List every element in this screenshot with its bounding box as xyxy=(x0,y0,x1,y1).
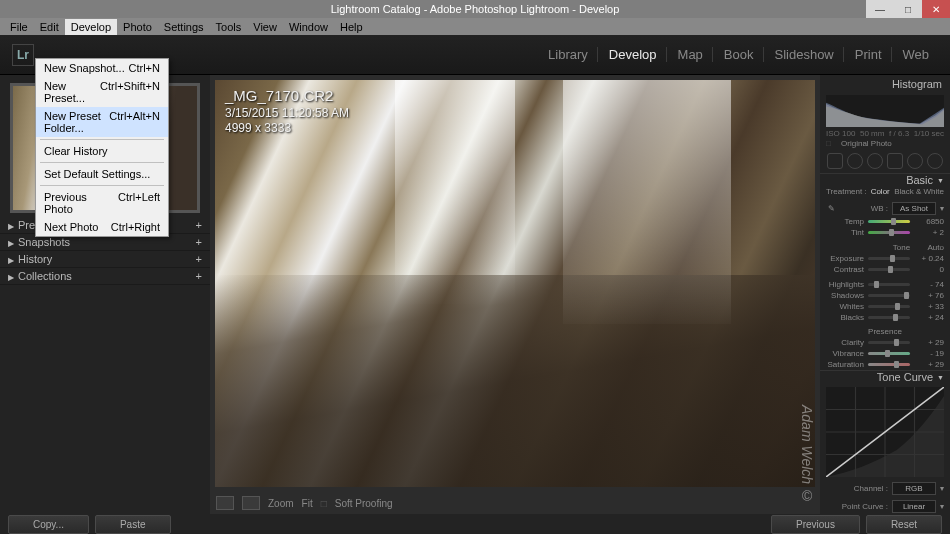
shadows-slider[interactable] xyxy=(868,294,910,297)
histogram-display[interactable] xyxy=(826,95,944,127)
tint-slider[interactable] xyxy=(868,231,910,234)
clarity-value[interactable]: + 29 xyxy=(914,338,944,347)
panel-history[interactable]: ▶History+ xyxy=(0,251,210,268)
channel-select[interactable]: RGB xyxy=(892,482,936,495)
module-develop[interactable]: Develop xyxy=(600,47,667,62)
radial-tool-icon[interactable] xyxy=(907,153,923,169)
whites-label: Whites xyxy=(840,302,864,311)
shadows-label: Shadows xyxy=(831,291,864,300)
tone-curve-display[interactable] xyxy=(826,387,944,477)
wb-select[interactable]: As Shot xyxy=(892,202,936,215)
window-titlebar: Lightroom Catalog - Adobe Photoshop Ligh… xyxy=(0,0,950,18)
highlights-label: Highlights xyxy=(829,280,864,289)
contrast-label: Contrast xyxy=(834,265,864,274)
auto-tone-button[interactable]: Auto xyxy=(928,243,944,252)
paste-button[interactable]: Paste xyxy=(95,515,171,534)
menu-file[interactable]: File xyxy=(4,19,34,35)
menu-item-previous-photo[interactable]: Previous PhotoCtrl+Left xyxy=(36,188,168,218)
panel-collections[interactable]: ▶Collections+ xyxy=(0,268,210,285)
histogram-meta: ISO 100 50 mm f / 6.3 1/10 sec xyxy=(820,129,950,138)
clarity-slider[interactable] xyxy=(868,341,910,344)
menu-settings[interactable]: Settings xyxy=(158,19,210,35)
saturation-slider[interactable] xyxy=(868,363,910,366)
vibrance-label: Vibrance xyxy=(833,349,864,358)
saturation-label: Saturation xyxy=(828,360,864,369)
image-canvas[interactable]: _MG_7170.CR2 3/15/2015 11:20:58 AM 4999 … xyxy=(215,80,815,487)
contrast-slider[interactable] xyxy=(868,268,910,271)
menu-tools[interactable]: Tools xyxy=(210,19,248,35)
menu-item-next-photo[interactable]: Next PhotoCtrl+Right xyxy=(36,218,168,236)
whites-value[interactable]: + 33 xyxy=(914,302,944,311)
exposure-slider[interactable] xyxy=(868,257,910,260)
crop-tool-icon[interactable] xyxy=(827,153,843,169)
module-web[interactable]: Web xyxy=(894,47,939,62)
menu-develop[interactable]: Develop xyxy=(65,19,117,35)
menu-item-new-snapshot[interactable]: New Snapshot...Ctrl+N xyxy=(36,59,168,77)
tone-label: Tone xyxy=(893,243,910,252)
menu-window[interactable]: Window xyxy=(283,19,334,35)
whites-slider[interactable] xyxy=(868,305,910,308)
contrast-value[interactable]: 0 xyxy=(914,265,944,274)
blacks-value[interactable]: + 24 xyxy=(914,313,944,322)
redeye-tool-icon[interactable] xyxy=(867,153,883,169)
right-panel: Histogram ISO 100 50 mm f / 6.3 1/10 sec… xyxy=(820,75,950,514)
pointcurve-select[interactable]: Linear xyxy=(892,500,936,513)
tool-strip xyxy=(820,149,950,173)
aperture-value: f / 6.3 xyxy=(889,129,909,138)
tint-value[interactable]: + 2 xyxy=(914,228,944,237)
highlights-value[interactable]: - 74 xyxy=(914,280,944,289)
tint-label: Tint xyxy=(851,228,864,237)
basic-panel-header[interactable]: Basic▼ xyxy=(820,173,950,186)
highlights-slider[interactable] xyxy=(868,283,910,286)
eyedropper-icon[interactable]: ✎ xyxy=(828,204,835,213)
watermark-text: Adam Welch © xyxy=(799,405,815,504)
close-button[interactable]: ✕ xyxy=(922,0,950,18)
focal-value: 50 mm xyxy=(860,129,884,138)
saturation-value[interactable]: + 29 xyxy=(914,360,944,369)
vibrance-slider[interactable] xyxy=(868,352,910,355)
menu-photo[interactable]: Photo xyxy=(117,19,158,35)
brush-tool-icon[interactable] xyxy=(927,153,943,169)
gradient-tool-icon[interactable] xyxy=(887,153,903,169)
module-slideshow[interactable]: Slideshow xyxy=(766,47,844,62)
fit-label[interactable]: Fit xyxy=(302,498,313,509)
image-filename: _MG_7170.CR2 xyxy=(225,86,349,106)
tone-curve-header[interactable]: Tone Curve▼ xyxy=(820,370,950,383)
bottom-toolbar: Zoom Fit □ Soft Proofing xyxy=(210,492,820,514)
image-dimensions: 4999 x 3333 xyxy=(225,121,349,137)
lightroom-logo-icon: Lr xyxy=(12,44,34,66)
menu-edit[interactable]: Edit xyxy=(34,19,65,35)
treatment-bw[interactable]: Black & White xyxy=(894,187,944,196)
vibrance-value[interactable]: - 19 xyxy=(914,349,944,358)
module-library[interactable]: Library xyxy=(539,47,598,62)
minimize-button[interactable]: — xyxy=(866,0,894,18)
menu-view[interactable]: View xyxy=(247,19,283,35)
previous-button[interactable]: Previous xyxy=(771,515,860,534)
before-after-button[interactable] xyxy=(242,496,260,510)
original-photo-label[interactable]: Original Photo xyxy=(841,139,892,148)
menu-item-new-preset[interactable]: New Preset...Ctrl+Shift+N xyxy=(36,77,168,107)
reset-button[interactable]: Reset xyxy=(866,515,942,534)
copy-button[interactable]: Copy... xyxy=(8,515,89,534)
temp-slider[interactable] xyxy=(868,220,910,223)
treatment-label: Treatment : xyxy=(826,187,867,196)
menu-item-clear-history[interactable]: Clear History xyxy=(36,142,168,160)
spot-tool-icon[interactable] xyxy=(847,153,863,169)
blacks-slider[interactable] xyxy=(868,316,910,319)
exposure-value[interactable]: + 0.24 xyxy=(914,254,944,263)
module-map[interactable]: Map xyxy=(669,47,713,62)
shadows-value[interactable]: + 76 xyxy=(914,291,944,300)
treatment-color[interactable]: Color xyxy=(871,187,890,196)
presence-label: Presence xyxy=(868,327,902,336)
maximize-button[interactable]: □ xyxy=(894,0,922,18)
menu-item-new-preset-folder[interactable]: New Preset Folder...Ctrl+Alt+N xyxy=(36,107,168,137)
module-print[interactable]: Print xyxy=(846,47,892,62)
menu-help[interactable]: Help xyxy=(334,19,369,35)
menu-item-set-default-settings[interactable]: Set Default Settings... xyxy=(36,165,168,183)
module-book[interactable]: Book xyxy=(715,47,764,62)
window-title: Lightroom Catalog - Adobe Photoshop Ligh… xyxy=(331,3,620,15)
soft-proofing-label[interactable]: Soft Proofing xyxy=(335,498,393,509)
loupe-view-button[interactable] xyxy=(216,496,234,510)
temp-value[interactable]: 6850 xyxy=(914,217,944,226)
image-info-overlay: _MG_7170.CR2 3/15/2015 11:20:58 AM 4999 … xyxy=(225,86,349,137)
